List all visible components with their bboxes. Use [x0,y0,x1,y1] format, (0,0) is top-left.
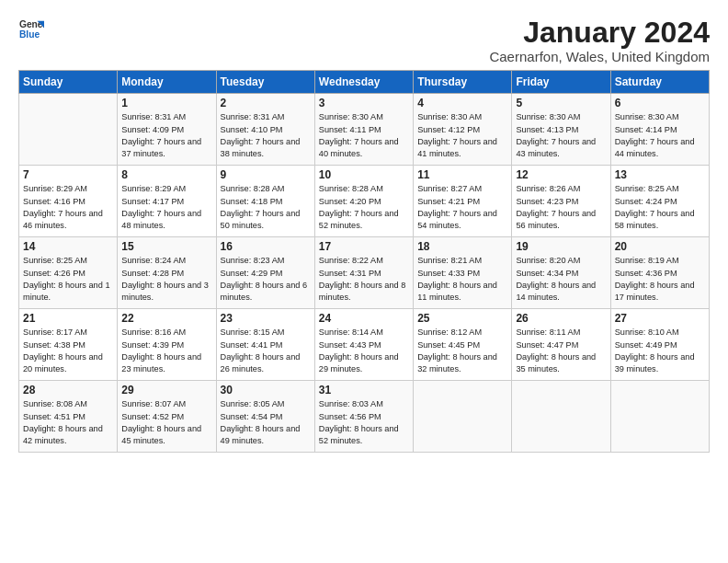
day-number: 26 [516,312,606,325]
calendar-cell: 5Sunrise: 8:30 AMSunset: 4:13 PMDaylight… [512,94,610,166]
day-detail: Sunrise: 8:28 AMSunset: 4:20 PMDaylight:… [319,183,409,232]
main-title: January 2024 [489,17,710,49]
day-number: 7 [23,168,113,181]
day-header-wednesday: Wednesday [314,71,413,94]
day-detail: Sunrise: 8:14 AMSunset: 4:43 PMDaylight:… [319,327,409,375]
calendar-cell: 22Sunrise: 8:16 AMSunset: 4:39 PMDayligh… [118,309,216,381]
day-number: 21 [23,312,113,325]
day-number: 16 [221,240,311,253]
calendar-cell: 18Sunrise: 8:21 AMSunset: 4:33 PMDayligh… [414,237,512,309]
day-number: 31 [319,384,409,396]
day-detail: Sunrise: 8:29 AMSunset: 4:17 PMDaylight:… [121,183,211,232]
day-number: 28 [23,384,113,396]
week-row-3: 14Sunrise: 8:25 AMSunset: 4:26 PMDayligh… [19,237,710,309]
day-number: 25 [417,312,507,325]
calendar-cell: 6Sunrise: 8:30 AMSunset: 4:14 PMDaylight… [610,94,709,166]
day-number: 15 [121,240,211,253]
day-header-tuesday: Tuesday [216,71,314,94]
calendar-cell: 27Sunrise: 8:10 AMSunset: 4:49 PMDayligh… [610,309,709,381]
day-detail: Sunrise: 8:30 AMSunset: 4:14 PMDaylight:… [615,111,705,160]
calendar-cell: 8Sunrise: 8:29 AMSunset: 4:17 PMDaylight… [118,166,216,237]
day-number: 6 [615,97,705,109]
day-number: 13 [615,168,705,181]
calendar-cell: 20Sunrise: 8:19 AMSunset: 4:36 PMDayligh… [610,237,709,309]
day-detail: Sunrise: 8:22 AMSunset: 4:31 PMDaylight:… [319,255,409,304]
day-detail: Sunrise: 8:25 AMSunset: 4:24 PMDaylight:… [615,183,705,232]
calendar-cell: 25Sunrise: 8:12 AMSunset: 4:45 PMDayligh… [414,309,512,381]
day-detail: Sunrise: 8:30 AMSunset: 4:11 PMDaylight:… [319,111,409,160]
calendar-cell: 13Sunrise: 8:25 AMSunset: 4:24 PMDayligh… [610,166,709,237]
calendar-cell: 21Sunrise: 8:17 AMSunset: 4:38 PMDayligh… [19,309,118,381]
week-row-5: 28Sunrise: 8:08 AMSunset: 4:51 PMDayligh… [19,381,710,453]
logo-icon: General Blue [18,17,44,42]
calendar-cell: 30Sunrise: 8:05 AMSunset: 4:54 PMDayligh… [216,381,314,453]
subtitle: Caernarfon, Wales, United Kingdom [489,49,710,64]
day-header-saturday: Saturday [610,71,709,94]
calendar-cell: 17Sunrise: 8:22 AMSunset: 4:31 PMDayligh… [314,237,413,309]
day-detail: Sunrise: 8:26 AMSunset: 4:23 PMDaylight:… [516,183,606,232]
day-detail: Sunrise: 8:27 AMSunset: 4:21 PMDaylight:… [417,183,507,232]
calendar-cell: 3Sunrise: 8:30 AMSunset: 4:11 PMDaylight… [314,94,413,166]
calendar-cell: 15Sunrise: 8:24 AMSunset: 4:28 PMDayligh… [118,237,216,309]
day-detail: Sunrise: 8:16 AMSunset: 4:39 PMDaylight:… [121,327,211,375]
calendar-cell: 4Sunrise: 8:30 AMSunset: 4:12 PMDaylight… [414,94,512,166]
day-number: 24 [319,312,409,325]
calendar-cell: 23Sunrise: 8:15 AMSunset: 4:41 PMDayligh… [216,309,314,381]
calendar-cell: 29Sunrise: 8:07 AMSunset: 4:52 PMDayligh… [118,381,216,453]
day-detail: Sunrise: 8:24 AMSunset: 4:28 PMDaylight:… [121,255,211,304]
calendar-cell: 14Sunrise: 8:25 AMSunset: 4:26 PMDayligh… [19,237,118,309]
day-detail: Sunrise: 8:30 AMSunset: 4:13 PMDaylight:… [516,111,606,160]
day-number: 22 [121,312,211,325]
day-number: 14 [23,240,113,253]
day-detail: Sunrise: 8:31 AMSunset: 4:09 PMDaylight:… [121,111,211,160]
calendar-cell: 26Sunrise: 8:11 AMSunset: 4:47 PMDayligh… [512,309,610,381]
day-number: 11 [417,168,507,181]
logo: General Blue [18,17,44,42]
day-detail: Sunrise: 8:21 AMSunset: 4:33 PMDaylight:… [417,255,507,304]
day-detail: Sunrise: 8:17 AMSunset: 4:38 PMDaylight:… [23,327,113,375]
day-number: 8 [121,168,211,181]
calendar-page: General Blue January 2024 Caernarfon, Wa… [0,0,728,563]
calendar-cell: 31Sunrise: 8:03 AMSunset: 4:56 PMDayligh… [314,381,413,453]
calendar-table: SundayMondayTuesdayWednesdayThursdayFrid… [18,70,710,453]
day-number: 5 [516,97,606,109]
calendar-cell: 10Sunrise: 8:28 AMSunset: 4:20 PMDayligh… [314,166,413,237]
day-detail: Sunrise: 8:25 AMSunset: 4:26 PMDaylight:… [23,255,113,304]
day-detail: Sunrise: 8:05 AMSunset: 4:54 PMDaylight:… [221,398,311,447]
day-detail: Sunrise: 8:19 AMSunset: 4:36 PMDaylight:… [615,255,705,304]
calendar-cell: 1Sunrise: 8:31 AMSunset: 4:09 PMDaylight… [118,94,216,166]
day-detail: Sunrise: 8:31 AMSunset: 4:10 PMDaylight:… [221,111,311,160]
day-number: 18 [417,240,507,253]
day-detail: Sunrise: 8:12 AMSunset: 4:45 PMDaylight:… [417,327,507,375]
week-row-1: 1Sunrise: 8:31 AMSunset: 4:09 PMDaylight… [19,94,710,166]
svg-text:Blue: Blue [19,29,40,40]
day-detail: Sunrise: 8:30 AMSunset: 4:12 PMDaylight:… [417,111,507,160]
day-number: 2 [221,97,311,109]
calendar-cell [610,381,709,453]
day-number: 17 [319,240,409,253]
day-detail: Sunrise: 8:08 AMSunset: 4:51 PMDaylight:… [23,398,113,447]
title-block: January 2024 Caernarfon, Wales, United K… [489,17,710,64]
calendar-cell [512,381,610,453]
calendar-cell: 7Sunrise: 8:29 AMSunset: 4:16 PMDaylight… [19,166,118,237]
calendar-cell: 12Sunrise: 8:26 AMSunset: 4:23 PMDayligh… [512,166,610,237]
day-header-sunday: Sunday [19,71,118,94]
day-number: 19 [516,240,606,253]
day-header-friday: Friday [512,71,610,94]
day-number: 20 [615,240,705,253]
calendar-cell: 2Sunrise: 8:31 AMSunset: 4:10 PMDaylight… [216,94,314,166]
calendar-cell: 24Sunrise: 8:14 AMSunset: 4:43 PMDayligh… [314,309,413,381]
day-number: 3 [319,97,409,109]
day-number: 23 [221,312,311,325]
day-number: 1 [121,97,211,109]
calendar-cell: 11Sunrise: 8:27 AMSunset: 4:21 PMDayligh… [414,166,512,237]
day-number: 9 [221,168,311,181]
day-number: 30 [221,384,311,396]
calendar-cell [19,94,118,166]
day-detail: Sunrise: 8:29 AMSunset: 4:16 PMDaylight:… [23,183,113,232]
day-header-monday: Monday [118,71,216,94]
day-detail: Sunrise: 8:20 AMSunset: 4:34 PMDaylight:… [516,255,606,304]
header: General Blue January 2024 Caernarfon, Wa… [18,17,710,64]
calendar-cell: 9Sunrise: 8:28 AMSunset: 4:18 PMDaylight… [216,166,314,237]
calendar-cell: 28Sunrise: 8:08 AMSunset: 4:51 PMDayligh… [19,381,118,453]
